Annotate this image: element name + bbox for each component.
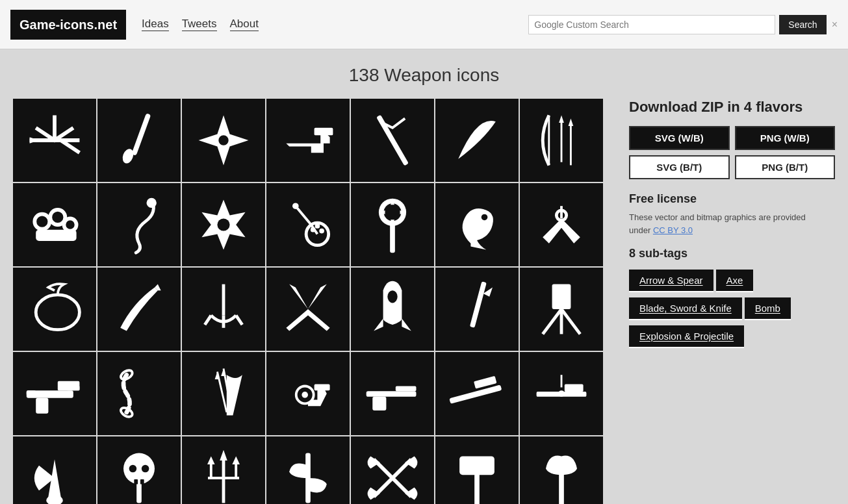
svg-point-34: [36, 295, 79, 330]
icon-war-axe[interactable]: [520, 436, 603, 504]
icon-pistol[interactable]: [266, 99, 350, 182]
icon-trident[interactable]: [182, 436, 265, 504]
icon-crossbow[interactable]: [13, 99, 96, 182]
nav-ideas[interactable]: Ideas: [142, 18, 169, 31]
icon-hammer-cross[interactable]: [435, 436, 519, 504]
svg-rect-48: [27, 390, 36, 396]
icon-boomerang[interactable]: [435, 99, 519, 182]
svg-rect-41: [552, 284, 571, 309]
icon-chain[interactable]: [97, 352, 181, 435]
download-title: Download ZIP in 4 flavors: [629, 99, 835, 116]
svg-marker-10: [569, 118, 574, 126]
svg-rect-49: [67, 386, 79, 390]
svg-point-57: [302, 392, 308, 398]
svg-rect-82: [474, 472, 480, 504]
svg-wb-button[interactable]: SVG (W/B): [629, 126, 730, 150]
svg-marker-55: [221, 369, 226, 377]
icon-shotgun[interactable]: [351, 352, 434, 435]
search-button[interactable]: Search: [779, 15, 826, 34]
subtag-blade[interactable]: Blade, Sword & Knife: [629, 297, 742, 320]
icon-tripod[interactable]: [520, 268, 603, 351]
svg-bt-button[interactable]: SVG (B/T): [629, 155, 730, 179]
svg-point-69: [123, 453, 155, 485]
svg-rect-4: [315, 128, 333, 136]
svg-point-13: [64, 218, 76, 231]
svg-line-37: [236, 316, 242, 325]
png-bt-button[interactable]: PNG (B/T): [735, 155, 836, 179]
svg-rect-72: [134, 479, 138, 485]
nav-tweets[interactable]: Tweets: [182, 18, 217, 31]
subtag-list: Arrow & Spear Axe Blade, Sword & Knife B…: [629, 267, 835, 351]
icon-brass-knuckles[interactable]: [13, 183, 96, 266]
icon-skull-mace[interactable]: [97, 436, 181, 504]
svg-rect-73: [140, 479, 144, 485]
svg-point-18: [292, 203, 299, 209]
icon-revolver[interactable]: [266, 352, 350, 435]
icon-bow-arrows[interactable]: [520, 99, 603, 182]
nav-about[interactable]: About: [230, 18, 259, 31]
svg-rect-40: [470, 281, 487, 328]
icon-double-axe[interactable]: [266, 436, 350, 504]
png-wb-button[interactable]: PNG (W/B): [735, 126, 836, 150]
site-logo[interactable]: Game-icons.net: [10, 10, 126, 40]
svg-point-67: [558, 390, 565, 397]
svg-point-3: [218, 135, 228, 145]
svg-point-11: [34, 214, 49, 229]
subtags-title: 8 sub-tags: [629, 247, 835, 260]
svg-point-15: [147, 198, 157, 208]
svg-point-21: [315, 223, 320, 229]
svg-line-43: [561, 309, 580, 334]
svg-line-36: [205, 316, 211, 325]
svg-rect-83: [459, 456, 495, 475]
icon-arrow-quiver[interactable]: [182, 352, 265, 435]
svg-point-16: [217, 218, 229, 231]
svg-line-17: [296, 206, 311, 225]
icon-wand[interactable]: [435, 268, 519, 351]
svg-point-23: [311, 227, 316, 233]
license-link[interactable]: CC BY 3.0: [653, 225, 693, 235]
svg-point-71: [142, 465, 149, 473]
subtag-bomb[interactable]: Bomb: [745, 297, 791, 320]
icon-grapple[interactable]: [182, 268, 265, 351]
icon-sniper[interactable]: [520, 352, 603, 435]
icon-scissors-blade[interactable]: [266, 268, 350, 351]
search-area: Search ×: [528, 15, 838, 34]
license-title: Free license: [629, 192, 835, 206]
svg-rect-58: [315, 384, 330, 391]
icon-flail[interactable]: [266, 183, 350, 266]
sidebar: Download ZIP in 4 flavors SVG (W/B) PNG …: [629, 99, 835, 504]
svg-rect-60: [396, 386, 417, 391]
icon-rocket[interactable]: [351, 268, 434, 351]
icon-curved-blade[interactable]: [97, 268, 181, 351]
icon-dragon-weapon[interactable]: [435, 183, 519, 266]
icon-rifle[interactable]: [435, 352, 519, 435]
search-input[interactable]: [528, 15, 775, 34]
svg-rect-14: [36, 230, 76, 241]
main-nav: Ideas Tweets About: [142, 18, 259, 31]
icon-crossed-axes[interactable]: [351, 436, 434, 504]
page-title: 138 Weapon icons: [0, 65, 848, 86]
icon-mace[interactable]: [351, 183, 434, 266]
icon-baton[interactable]: [97, 99, 181, 182]
svg-point-31: [482, 214, 488, 221]
search-close-icon[interactable]: ×: [832, 19, 838, 31]
svg-rect-65: [565, 384, 584, 392]
icon-staff[interactable]: [351, 99, 434, 182]
icon-shuriken[interactable]: [182, 99, 265, 182]
subtag-arrow-spear[interactable]: Arrow & Spear: [629, 270, 713, 292]
svg-rect-59: [366, 391, 417, 397]
svg-marker-8: [559, 116, 564, 123]
icon-crossbow2[interactable]: [520, 183, 603, 266]
subtag-axe[interactable]: Axe: [716, 270, 754, 292]
svg-marker-75: [220, 450, 227, 460]
subtag-explosion[interactable]: Explosion & Projectile: [629, 325, 744, 348]
license-text: These vector and bitmap graphics are pro…: [629, 211, 835, 236]
icon-fantasy-weapon[interactable]: [182, 183, 265, 266]
svg-rect-61: [372, 397, 386, 410]
site-header: Game-icons.net Ideas Tweets About Search…: [0, 0, 848, 49]
svg-line-42: [543, 309, 561, 334]
icon-whip[interactable]: [97, 183, 181, 266]
icon-lasso[interactable]: [13, 268, 96, 351]
icon-axe-fantasy[interactable]: [13, 436, 96, 504]
icon-assault-rifle[interactable]: [13, 352, 96, 435]
